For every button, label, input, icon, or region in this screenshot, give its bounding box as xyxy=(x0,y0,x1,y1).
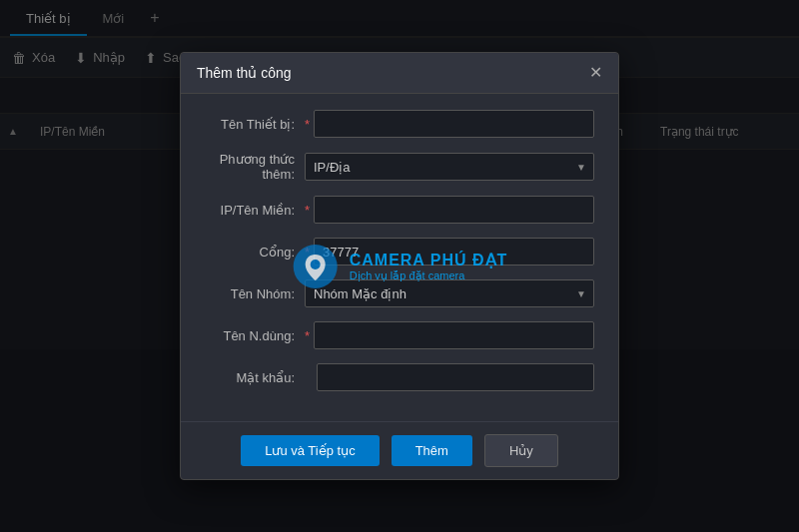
required-star-3: * xyxy=(305,245,310,260)
group-wrapper: Nhóm Mặc định Nhóm 1 xyxy=(305,279,594,307)
port-input[interactable] xyxy=(314,238,594,266)
group-label: Tên Nhóm: xyxy=(205,286,305,301)
dialog-body: Tên Thiết bị: * Phương thức thêm: IP/Địa… xyxy=(181,94,618,421)
connection-type-row: Phương thức thêm: IP/Địa Tên miền xyxy=(205,152,594,182)
device-name-row: Tên Thiết bị: * xyxy=(205,110,594,138)
dialog-close-button[interactable]: ✕ xyxy=(589,65,602,81)
connection-type-label: Phương thức thêm: xyxy=(205,152,305,182)
save-continue-button[interactable]: Lưu và Tiếp tục xyxy=(241,435,379,466)
modal-overlay: Thêm thủ công ✕ Tên Thiết bị: * Phương t… xyxy=(0,0,799,532)
password-row: Mật khẩu: xyxy=(205,363,594,391)
group-select[interactable]: Nhóm Mặc định Nhóm 1 xyxy=(305,279,594,307)
required-star-2: * xyxy=(305,203,310,218)
password-label: Mật khẩu: xyxy=(205,370,305,385)
ip-domain-row: IP/Tên Miền: * xyxy=(205,196,594,224)
dialog-footer: Lưu và Tiếp tục Thêm Hủy xyxy=(181,421,618,479)
add-button[interactable]: Thêm xyxy=(392,435,472,466)
add-device-dialog: Thêm thủ công ✕ Tên Thiết bị: * Phương t… xyxy=(180,52,619,480)
username-label: Tên N.dùng: xyxy=(205,328,305,343)
port-label: Cổng: xyxy=(205,245,305,260)
required-star-1: * xyxy=(305,117,310,132)
dialog-title: Thêm thủ công xyxy=(197,65,292,81)
connection-type-wrapper: IP/Địa Tên miền xyxy=(305,153,594,181)
port-row: Cổng: * xyxy=(205,238,594,266)
connection-type-select[interactable]: IP/Địa Tên miền xyxy=(305,153,594,181)
cancel-button[interactable]: Hủy xyxy=(484,434,558,467)
device-name-input[interactable] xyxy=(314,110,594,138)
required-star-4: * xyxy=(305,328,310,343)
password-input[interactable] xyxy=(317,363,594,391)
group-row: Tên Nhóm: Nhóm Mặc định Nhóm 1 xyxy=(205,279,594,307)
dialog-header: Thêm thủ công ✕ xyxy=(181,53,618,94)
username-input[interactable] xyxy=(314,321,594,349)
device-name-label: Tên Thiết bị: xyxy=(205,117,305,132)
username-row: Tên N.dùng: * xyxy=(205,321,594,349)
ip-domain-label: IP/Tên Miền: xyxy=(205,203,305,218)
ip-domain-input[interactable] xyxy=(314,196,594,224)
